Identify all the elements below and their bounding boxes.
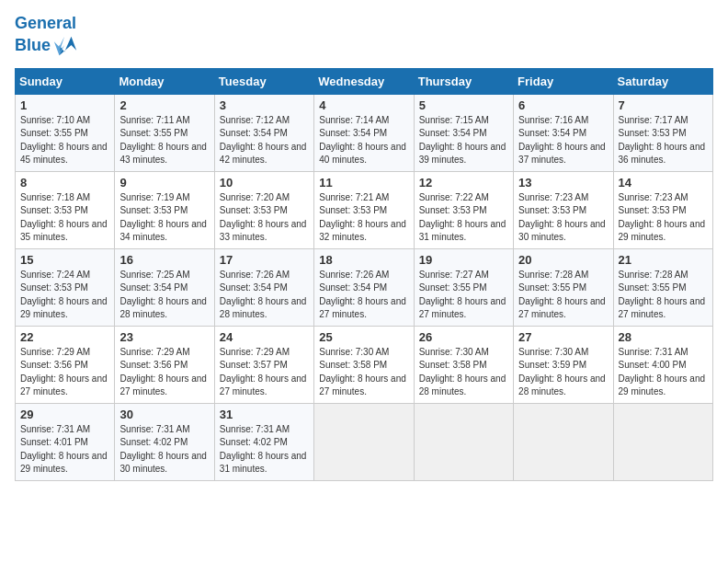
page-header: General Blue [15, 15, 713, 59]
day-number: 16 [119, 253, 209, 267]
calendar-cell: 15 Sunrise: 7:24 AMSunset: 3:53 PMDaylig… [16, 248, 115, 326]
day-info: Sunrise: 7:16 AMSunset: 3:54 PMDaylight:… [518, 115, 606, 166]
calendar-cell: 18 Sunrise: 7:26 AMSunset: 3:54 PMDaylig… [314, 248, 414, 326]
calendar-body: 1 Sunrise: 7:10 AMSunset: 3:55 PMDayligh… [16, 94, 713, 480]
calendar-cell: 14 Sunrise: 7:23 AMSunset: 3:53 PMDaylig… [613, 171, 712, 248]
logo-icon [52, 33, 78, 59]
day-info: Sunrise: 7:15 AMSunset: 3:54 PMDaylight:… [419, 115, 506, 166]
day-number: 23 [119, 330, 209, 344]
calendar-week-row: 1 Sunrise: 7:10 AMSunset: 3:55 PMDayligh… [16, 94, 713, 171]
day-info: Sunrise: 7:23 AMSunset: 3:53 PMDaylight:… [518, 192, 606, 243]
calendar-cell: 28 Sunrise: 7:31 AMSunset: 4:00 PMDaylig… [613, 326, 712, 403]
day-number: 22 [20, 330, 109, 344]
day-number: 2 [119, 98, 209, 112]
calendar-cell: 31 Sunrise: 7:31 AMSunset: 4:02 PMDaylig… [214, 403, 313, 480]
day-number: 7 [619, 98, 708, 112]
calendar-cell: 5 Sunrise: 7:15 AMSunset: 3:54 PMDayligh… [414, 94, 513, 171]
day-info: Sunrise: 7:31 AMSunset: 4:01 PMDaylight:… [20, 424, 108, 475]
day-number: 5 [419, 98, 508, 112]
calendar-cell: 19 Sunrise: 7:27 AMSunset: 3:55 PMDaylig… [414, 248, 513, 326]
calendar-week-row: 29 Sunrise: 7:31 AMSunset: 4:01 PMDaylig… [16, 403, 713, 480]
calendar-cell: 3 Sunrise: 7:12 AMSunset: 3:54 PMDayligh… [214, 94, 313, 171]
day-number: 19 [419, 253, 508, 267]
day-number: 31 [220, 408, 309, 421]
weekday-header-cell: Sunday [16, 68, 115, 94]
calendar-cell [414, 403, 513, 480]
day-info: Sunrise: 7:19 AMSunset: 3:53 PMDaylight:… [119, 192, 207, 243]
calendar-cell: 27 Sunrise: 7:30 AMSunset: 3:59 PMDaylig… [514, 326, 613, 403]
day-info: Sunrise: 7:22 AMSunset: 3:53 PMDaylight:… [419, 192, 506, 243]
day-info: Sunrise: 7:30 AMSunset: 3:58 PMDaylight:… [419, 347, 506, 397]
day-info: Sunrise: 7:31 AMSunset: 4:02 PMDaylight:… [220, 424, 307, 475]
day-info: Sunrise: 7:26 AMSunset: 3:54 PMDaylight:… [319, 270, 406, 320]
calendar-cell [314, 403, 414, 480]
calendar-cell: 25 Sunrise: 7:30 AMSunset: 3:58 PMDaylig… [314, 326, 414, 403]
calendar-cell: 8 Sunrise: 7:18 AMSunset: 3:53 PMDayligh… [16, 171, 115, 248]
calendar-cell: 30 Sunrise: 7:31 AMSunset: 4:02 PMDaylig… [115, 403, 214, 480]
day-info: Sunrise: 7:25 AMSunset: 3:54 PMDaylight:… [119, 270, 207, 320]
logo-blue: Blue [15, 36, 51, 54]
calendar-cell: 7 Sunrise: 7:17 AMSunset: 3:53 PMDayligh… [613, 94, 712, 171]
calendar-cell: 4 Sunrise: 7:14 AMSunset: 3:54 PMDayligh… [314, 94, 414, 171]
day-number: 8 [20, 176, 109, 190]
calendar-week-row: 15 Sunrise: 7:24 AMSunset: 3:53 PMDaylig… [16, 248, 713, 326]
calendar-cell: 6 Sunrise: 7:16 AMSunset: 3:54 PMDayligh… [514, 94, 613, 171]
day-number: 20 [518, 253, 608, 267]
calendar-cell: 29 Sunrise: 7:31 AMSunset: 4:01 PMDaylig… [16, 403, 115, 480]
calendar-cell: 9 Sunrise: 7:19 AMSunset: 3:53 PMDayligh… [115, 171, 214, 248]
calendar-table: SundayMondayTuesdayWednesdayThursdayFrid… [15, 68, 713, 481]
calendar-cell: 21 Sunrise: 7:28 AMSunset: 3:55 PMDaylig… [613, 248, 712, 326]
day-info: Sunrise: 7:24 AMSunset: 3:53 PMDaylight:… [20, 270, 108, 320]
weekday-header-cell: Wednesday [314, 68, 414, 94]
day-info: Sunrise: 7:18 AMSunset: 3:53 PMDaylight:… [20, 192, 108, 243]
day-info: Sunrise: 7:28 AMSunset: 3:55 PMDaylight:… [619, 270, 706, 320]
day-info: Sunrise: 7:26 AMSunset: 3:54 PMDaylight:… [220, 270, 307, 320]
calendar-week-row: 22 Sunrise: 7:29 AMSunset: 3:56 PMDaylig… [16, 326, 713, 403]
day-info: Sunrise: 7:11 AMSunset: 3:55 PMDaylight:… [119, 115, 207, 166]
weekday-header-cell: Thursday [414, 68, 513, 94]
day-info: Sunrise: 7:31 AMSunset: 4:00 PMDaylight:… [619, 347, 706, 397]
calendar-cell: 17 Sunrise: 7:26 AMSunset: 3:54 PMDaylig… [214, 248, 313, 326]
calendar-cell: 20 Sunrise: 7:28 AMSunset: 3:55 PMDaylig… [514, 248, 613, 326]
calendar-cell: 13 Sunrise: 7:23 AMSunset: 3:53 PMDaylig… [514, 171, 613, 248]
calendar-cell: 24 Sunrise: 7:29 AMSunset: 3:57 PMDaylig… [214, 326, 313, 403]
calendar-cell: 1 Sunrise: 7:10 AMSunset: 3:55 PMDayligh… [16, 94, 115, 171]
day-info: Sunrise: 7:14 AMSunset: 3:54 PMDaylight:… [319, 115, 406, 166]
day-number: 26 [419, 330, 508, 344]
day-number: 25 [319, 330, 408, 344]
calendar-cell: 12 Sunrise: 7:22 AMSunset: 3:53 PMDaylig… [414, 171, 513, 248]
day-number: 6 [518, 98, 608, 112]
day-number: 10 [220, 176, 309, 190]
day-number: 9 [119, 176, 209, 190]
logo: General Blue [15, 15, 78, 59]
day-number: 24 [220, 330, 309, 344]
calendar-week-row: 8 Sunrise: 7:18 AMSunset: 3:53 PMDayligh… [16, 171, 713, 248]
day-number: 14 [619, 176, 708, 190]
day-info: Sunrise: 7:17 AMSunset: 3:53 PMDaylight:… [619, 115, 706, 166]
calendar-cell: 2 Sunrise: 7:11 AMSunset: 3:55 PMDayligh… [115, 94, 214, 171]
calendar-cell: 22 Sunrise: 7:29 AMSunset: 3:56 PMDaylig… [16, 326, 115, 403]
day-info: Sunrise: 7:29 AMSunset: 3:57 PMDaylight:… [220, 347, 307, 397]
day-info: Sunrise: 7:30 AMSunset: 3:59 PMDaylight:… [518, 347, 606, 397]
day-info: Sunrise: 7:31 AMSunset: 4:02 PMDaylight:… [119, 424, 207, 475]
day-number: 27 [518, 330, 608, 344]
svg-marker-0 [59, 37, 76, 56]
day-number: 11 [319, 176, 408, 190]
day-info: Sunrise: 7:27 AMSunset: 3:55 PMDaylight:… [419, 270, 506, 320]
day-number: 21 [619, 253, 708, 267]
calendar-cell [514, 403, 613, 480]
day-number: 30 [119, 408, 209, 421]
day-info: Sunrise: 7:12 AMSunset: 3:54 PMDaylight:… [220, 115, 307, 166]
day-info: Sunrise: 7:20 AMSunset: 3:53 PMDaylight:… [220, 192, 307, 243]
weekday-header-cell: Monday [115, 68, 214, 94]
calendar-cell: 10 Sunrise: 7:20 AMSunset: 3:53 PMDaylig… [214, 171, 313, 248]
weekday-header-cell: Tuesday [214, 68, 313, 94]
day-info: Sunrise: 7:29 AMSunset: 3:56 PMDaylight:… [119, 347, 207, 397]
day-number: 15 [20, 253, 109, 267]
day-number: 13 [518, 176, 608, 190]
day-number: 12 [419, 176, 508, 190]
day-number: 1 [20, 98, 109, 112]
day-info: Sunrise: 7:30 AMSunset: 3:58 PMDaylight:… [319, 347, 406, 397]
weekday-header-row: SundayMondayTuesdayWednesdayThursdayFrid… [16, 68, 713, 94]
day-info: Sunrise: 7:10 AMSunset: 3:55 PMDaylight:… [20, 115, 108, 166]
